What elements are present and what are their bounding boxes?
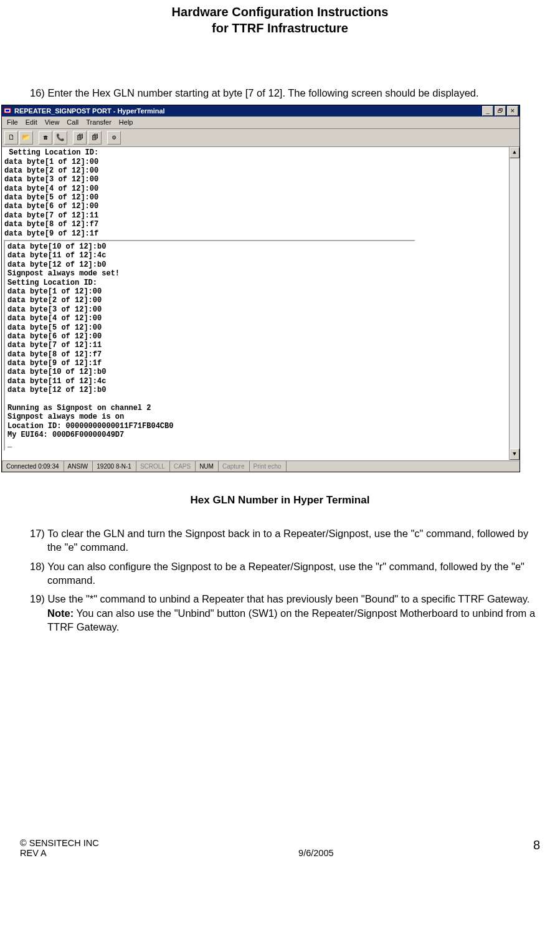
connect-icon[interactable]: ☎ — [39, 131, 52, 145]
new-icon[interactable]: 🗋 — [4, 131, 18, 145]
figure-caption: Hex GLN Number in Hyper Terminal — [20, 493, 540, 508]
doc-title-line2: for TTRF Infrastructure — [20, 20, 540, 36]
scroll-down-icon[interactable]: ▼ — [510, 449, 520, 460]
page-number: 8 — [533, 838, 540, 858]
terminal-area: Setting Location ID: data byte[1 of 12]:… — [2, 147, 520, 460]
status-scroll: SCROLL — [136, 460, 169, 472]
receive-icon[interactable]: 🗐 — [88, 131, 102, 145]
doc-title: Hardware Configuration Instructions for … — [20, 4, 540, 36]
status-connected: Connected 0:09:34 — [2, 460, 64, 472]
doc-title-line1: Hardware Configuration Instructions — [20, 4, 540, 20]
step-19: 19) Use the "*" command to unbind a Repe… — [30, 592, 540, 634]
close-button[interactable]: ✕ — [507, 106, 518, 116]
menu-view[interactable]: View — [45, 118, 60, 127]
status-port: 19200 8-N-1 — [92, 460, 136, 472]
footer-date: 9/6/2005 — [298, 848, 333, 858]
page-footer: © SENSITECH INC REV A 9/6/2005 8 — [0, 838, 560, 864]
open-icon[interactable]: 📂 — [19, 131, 33, 145]
step-18: 18) You can also configure the Signpost … — [30, 560, 540, 588]
step-17: 17) To clear the GLN and turn the Signpo… — [30, 526, 540, 555]
menu-edit[interactable]: Edit — [26, 118, 37, 127]
terminal-output-top: Setting Location ID: data byte[1 of 12]:… — [2, 147, 509, 239]
menu-transfer[interactable]: Transfer — [86, 118, 112, 127]
terminal-output-bottom[interactable]: data byte[10 of 12]:b0 data byte[11 of 1… — [4, 240, 415, 451]
app-icon — [3, 107, 12, 115]
menu-call[interactable]: Call — [67, 118, 78, 127]
menu-help[interactable]: Help — [119, 118, 133, 127]
scroll-track[interactable] — [510, 158, 520, 449]
footer-left: © SENSITECH INC REV A — [20, 838, 99, 858]
svg-rect-1 — [6, 110, 9, 112]
window-title: REPEATER_SIGNPOST PORT - HyperTerminal — [14, 107, 481, 116]
menu-file[interactable]: File — [7, 118, 18, 127]
statusbar: Connected 0:09:34 ANSIW 19200 8-N-1 SCRO… — [2, 460, 520, 472]
step-16: 16) Enter the Hex GLN number starting at… — [30, 86, 540, 100]
status-caps: CAPS — [169, 460, 195, 472]
titlebar: REPEATER_SIGNPOST PORT - HyperTerminal _… — [2, 105, 520, 117]
menubar: File Edit View Call Transfer Help — [2, 117, 520, 129]
status-num: NUM — [195, 460, 218, 472]
hyperterminal-window: REPEATER_SIGNPOST PORT - HyperTerminal _… — [1, 105, 520, 472]
status-printecho: Print echo — [249, 460, 286, 472]
disconnect-icon[interactable]: 📞 — [54, 131, 67, 145]
restore-button[interactable]: 🗗 — [495, 106, 506, 116]
send-icon[interactable]: 🗐 — [73, 131, 87, 145]
note-label: Note: — [47, 607, 74, 619]
scroll-up-icon[interactable]: ▲ — [510, 147, 520, 158]
status-capture: Capture — [218, 460, 249, 472]
toolbar: 🗋 📂 ☎ 📞 🗐 🗐 ⚙ — [2, 129, 520, 147]
minimize-button[interactable]: _ — [482, 106, 493, 116]
properties-icon[interactable]: ⚙ — [107, 131, 121, 145]
scrollbar[interactable]: ▲ ▼ — [509, 147, 520, 460]
status-emulation: ANSIW — [64, 460, 93, 472]
